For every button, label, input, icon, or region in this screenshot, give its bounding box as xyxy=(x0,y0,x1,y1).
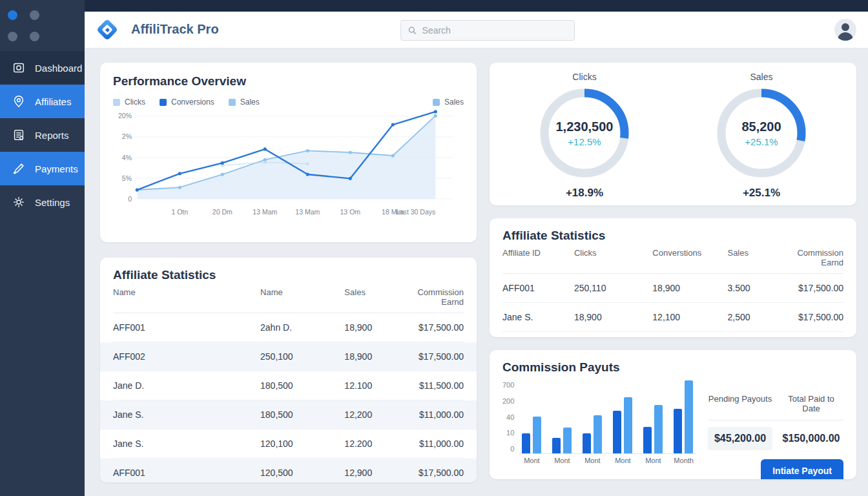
table-body: AFF0012ahn D.18,900$17,500.00AFF002250,1… xyxy=(113,313,464,482)
window-dot-icon[interactable] xyxy=(30,10,39,20)
table-cell: 12.100 xyxy=(344,380,400,391)
table-row: Jane S.18,90012,1002,500$17,500.00 xyxy=(502,303,843,332)
search-icon xyxy=(408,25,417,36)
sidebar-nav: DashboardAffiliatesReportsPaymentsSettin… xyxy=(0,51,85,219)
search-input[interactable] xyxy=(422,25,568,36)
table-row: AFF001120,50012,900$17,500.00 xyxy=(100,459,477,482)
performance-card: Performance Overview ClicksConversionsSa… xyxy=(100,63,477,242)
table-cell: $11,000.00 xyxy=(400,439,464,449)
x-tick-label: Mont xyxy=(613,457,632,464)
kpi-footer-change: +18.9% xyxy=(566,187,603,200)
table-row: AFF00118,20012,1003,200$15,000.00 xyxy=(502,332,843,337)
sidebar-item-label: Payments xyxy=(35,163,78,174)
y-tick-label: 10 xyxy=(506,429,514,437)
bar-group xyxy=(552,428,572,453)
sidebar-item-reports[interactable]: Reports xyxy=(0,118,85,152)
app-title: AffiliTrack Pro xyxy=(131,22,219,37)
sidebar-item-settings[interactable]: Settings xyxy=(0,185,85,219)
table-cell: $11,000.00 xyxy=(400,409,464,420)
table-cell: $11,500.00 xyxy=(400,380,464,391)
table-row: Jane S.120,10012.200$11,000.00 xyxy=(113,429,464,459)
legend-swatch xyxy=(113,99,120,106)
column-header: Name xyxy=(260,287,344,307)
window-dot-icon[interactable] xyxy=(8,10,17,20)
table-cell: Jane S. xyxy=(502,312,574,322)
table-row: Jane S.180,50012,200$11,000.00 xyxy=(100,400,477,429)
table-cell: 180,500 xyxy=(260,380,344,391)
svg-text:2%: 2% xyxy=(122,132,132,140)
pending-payouts-value: $45,200.00 xyxy=(708,427,772,450)
svg-text:1 Otn: 1 Otn xyxy=(171,208,188,216)
avatar-person-icon xyxy=(842,23,849,31)
legend-swatch xyxy=(229,99,236,106)
kpi-label: Clicks xyxy=(572,72,596,82)
left-table-title: Affiliate Statistics xyxy=(113,268,464,282)
x-tick-label: Mont xyxy=(522,457,541,464)
table-cell: Jane S. xyxy=(113,439,260,449)
window-dot-icon[interactable] xyxy=(8,32,17,41)
column-header: Sales xyxy=(727,248,781,267)
kpi-sales: Sales85,200+25.1%+25.1% xyxy=(673,72,850,196)
table-cell: 120,100 xyxy=(260,439,344,449)
kpi-change: +12.5% xyxy=(568,136,601,147)
kpi-label: Sales xyxy=(750,72,772,82)
commission-card: Commission Payuts 70020040100MontMontMon… xyxy=(490,350,856,479)
svg-text:13 Mam: 13 Mam xyxy=(253,208,277,216)
table-cell: $17,500.00 xyxy=(400,322,464,333)
dashboard-icon xyxy=(12,61,26,75)
svg-text:4%: 4% xyxy=(122,154,132,161)
sidebar: DashboardAffiliatesReportsPaymentsSettin… xyxy=(0,0,85,496)
sidebar-item-affiliates[interactable]: Affiliates xyxy=(0,85,85,118)
user-avatar[interactable] xyxy=(834,19,856,41)
kpi-value: 85,200 xyxy=(741,119,781,134)
bar-series-light xyxy=(563,428,572,453)
bar-series-dark xyxy=(613,411,621,453)
search-box[interactable] xyxy=(400,20,575,41)
legend-label: Sales xyxy=(240,98,260,107)
kpi-value: 1,230,500 xyxy=(556,119,614,134)
table-cell: 18,900 xyxy=(344,322,400,333)
donut-chart: 1,230,500+12.5% xyxy=(536,85,633,181)
chart-legend-right: Sales xyxy=(433,98,464,107)
commission-title: Commission Payuts xyxy=(502,360,843,375)
sidebar-item-payments[interactable]: Payments xyxy=(0,152,85,185)
bar-group xyxy=(613,397,632,453)
column-header: Affiliate ID xyxy=(502,248,574,267)
svg-text:5%: 5% xyxy=(122,174,132,182)
y-tick-label: 0 xyxy=(510,445,514,453)
legend-item: Conversions xyxy=(160,98,214,107)
x-tick-label: Mont xyxy=(643,457,663,464)
column-header: Converstions xyxy=(652,248,727,267)
bar-series-light xyxy=(624,397,632,453)
chart-legend: ClicksConversionsSales xyxy=(113,98,260,107)
bar-chart: 70020040100MontMontMontMontMontMonth xyxy=(502,380,696,479)
table-row: AFF002250,10018,900$17,500.00 xyxy=(100,342,477,371)
initiate-payout-button[interactable]: Intiate Payout xyxy=(761,459,843,479)
column-header: Commission Earnd xyxy=(782,248,843,267)
sidebar-item-dashboard[interactable]: Dashboard xyxy=(0,51,85,85)
location-pin-icon xyxy=(12,94,26,108)
table-cell: $17,500.00 xyxy=(400,351,464,362)
table-row: AFF0012ahn D.18,900$17,500.00 xyxy=(113,313,464,342)
sidebar-item-label: Settings xyxy=(35,197,70,208)
svg-text:20 Dm: 20 Dm xyxy=(212,208,232,216)
window-dot-icon[interactable] xyxy=(30,32,39,41)
table-cell: 2ahn D. xyxy=(260,322,344,333)
bar-series-dark xyxy=(552,438,561,453)
pending-payouts-label: Pending Payouts xyxy=(708,394,772,413)
top-strip xyxy=(85,0,868,12)
table-cell: 250,100 xyxy=(260,351,344,362)
table-cell: 12,200 xyxy=(344,409,400,420)
x-tick-label: Mont xyxy=(552,457,572,464)
kpi-change: +25.1% xyxy=(745,136,778,147)
legend-swatch xyxy=(160,99,167,106)
table-cell: AFF001 xyxy=(113,468,260,478)
table-cell: 18,900 xyxy=(652,283,727,293)
table-cell: 180,500 xyxy=(260,409,344,420)
table-cell: 18,900 xyxy=(574,312,652,322)
table-cell: $17,500.00 xyxy=(782,283,843,293)
column-header: Commission Earnd xyxy=(400,287,464,307)
legend-label: Sales xyxy=(444,98,464,107)
bar-group xyxy=(522,417,541,453)
svg-text:Last 30 Days: Last 30 Days xyxy=(396,208,435,216)
